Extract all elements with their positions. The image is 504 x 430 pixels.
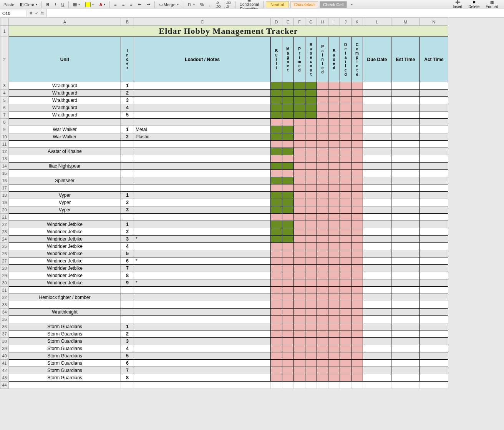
select-all-corner[interactable]	[0, 18, 9, 26]
cell-unit[interactable]: War Walker	[9, 133, 121, 141]
cell-status[interactable]	[351, 111, 363, 119]
cell-status[interactable]	[340, 243, 351, 250]
cell-status[interactable]	[271, 367, 282, 374]
cell-status[interactable]	[294, 155, 305, 163]
cell-index[interactable]: 2	[121, 133, 134, 141]
cell-est-time[interactable]	[391, 323, 420, 330]
cell-unit[interactable]: Vyper	[9, 199, 121, 206]
cell-status[interactable]	[351, 228, 363, 236]
bold-button[interactable]: B	[44, 2, 51, 8]
cell-notes[interactable]	[134, 367, 271, 374]
cell-status[interactable]	[294, 119, 305, 126]
cell-status[interactable]	[351, 97, 363, 104]
cell-index[interactable]	[121, 316, 134, 323]
cell-est-time[interactable]	[391, 243, 420, 250]
cell-status[interactable]	[294, 338, 305, 345]
cell-status[interactable]	[294, 199, 305, 206]
cell-status[interactable]	[294, 301, 305, 309]
cell-status[interactable]	[271, 323, 282, 330]
cell-notes[interactable]	[134, 265, 271, 272]
cell-status[interactable]	[282, 111, 294, 119]
cell-status[interactable]	[271, 228, 282, 236]
cell-status[interactable]	[305, 301, 317, 309]
cell-unit[interactable]	[9, 155, 121, 163]
cell-status[interactable]	[340, 104, 351, 111]
cell-due-date[interactable]	[363, 279, 391, 287]
cell-notes[interactable]	[134, 214, 271, 221]
cell-status[interactable]	[317, 287, 328, 294]
cell-act-time[interactable]	[420, 155, 448, 163]
empty-cell[interactable]	[305, 382, 317, 389]
cell-status[interactable]	[294, 294, 305, 301]
cell-status[interactable]	[294, 82, 305, 90]
cell-status[interactable]	[317, 82, 328, 90]
cell-status[interactable]	[351, 82, 363, 90]
cell-status[interactable]	[305, 192, 317, 199]
col-header[interactable]: J	[340, 18, 351, 26]
cell-notes[interactable]	[134, 250, 271, 257]
cell-status[interactable]	[317, 309, 328, 316]
cell-act-time[interactable]	[420, 82, 448, 90]
row-header[interactable]: 43	[0, 374, 9, 382]
cell-style-calculation[interactable]: Calculation	[290, 1, 318, 8]
cell-status[interactable]	[351, 221, 363, 228]
cell-status[interactable]	[305, 214, 317, 221]
cell-status[interactable]	[317, 250, 328, 257]
cell-status[interactable]	[340, 301, 351, 309]
cell-status[interactable]	[271, 352, 282, 360]
col-header[interactable]: I	[328, 18, 340, 26]
cell-status[interactable]	[271, 294, 282, 301]
cell-index[interactable]	[121, 287, 134, 294]
cell-due-date[interactable]	[363, 104, 391, 111]
cell-act-time[interactable]	[420, 352, 448, 360]
cell-notes[interactable]	[134, 184, 271, 192]
cell-status[interactable]	[294, 287, 305, 294]
cell-status[interactable]	[305, 97, 317, 104]
cell-unit[interactable]	[9, 287, 121, 294]
cell-act-time[interactable]	[420, 330, 448, 338]
cell-status[interactable]	[351, 133, 363, 141]
empty-cell[interactable]	[271, 382, 282, 389]
cell-status[interactable]	[294, 126, 305, 133]
cell-status[interactable]	[282, 90, 294, 97]
cell-status[interactable]	[305, 206, 317, 214]
cell-status[interactable]	[294, 272, 305, 279]
cell-index[interactable]: 4	[121, 345, 134, 352]
cell-status[interactable]	[305, 126, 317, 133]
cell-status[interactable]	[294, 257, 305, 265]
cell-status[interactable]	[271, 250, 282, 257]
cell-index[interactable]	[121, 119, 134, 126]
cell-status[interactable]	[317, 206, 328, 214]
cell-notes[interactable]	[134, 170, 271, 177]
cell-status[interactable]	[340, 111, 351, 119]
cell-unit[interactable]: Windrider Jetbike	[9, 279, 121, 287]
cell-notes[interactable]	[134, 272, 271, 279]
cell-notes[interactable]	[134, 345, 271, 352]
cell-status[interactable]	[294, 265, 305, 272]
cell-act-time[interactable]	[420, 301, 448, 309]
indent-increase-button[interactable]: ⇥	[145, 1, 152, 8]
cell-status[interactable]	[294, 177, 305, 184]
cell-due-date[interactable]	[363, 221, 391, 228]
cell-unit[interactable]: Storm Guardians	[9, 338, 121, 345]
cell-status[interactable]	[340, 294, 351, 301]
cell-status[interactable]	[271, 214, 282, 221]
cell-status[interactable]	[328, 345, 340, 352]
cell-unit[interactable]: Windrider Jetbike	[9, 236, 121, 243]
cell-status[interactable]	[351, 330, 363, 338]
cell-status[interactable]	[328, 90, 340, 97]
cell-act-time[interactable]	[420, 287, 448, 294]
cell-unit[interactable]: War Walker	[9, 126, 121, 133]
cell-status[interactable]	[328, 250, 340, 257]
cell-status[interactable]	[328, 265, 340, 272]
cell-est-time[interactable]	[391, 104, 420, 111]
col-header[interactable]: N	[420, 18, 448, 26]
cell-index[interactable]: 1	[121, 221, 134, 228]
cell-act-time[interactable]	[420, 126, 448, 133]
cell-status[interactable]	[294, 360, 305, 367]
cell-status[interactable]	[351, 352, 363, 360]
cell-est-time[interactable]	[391, 257, 420, 265]
cell-status[interactable]	[271, 133, 282, 141]
cell-status[interactable]	[271, 148, 282, 155]
empty-cell[interactable]	[363, 382, 391, 389]
